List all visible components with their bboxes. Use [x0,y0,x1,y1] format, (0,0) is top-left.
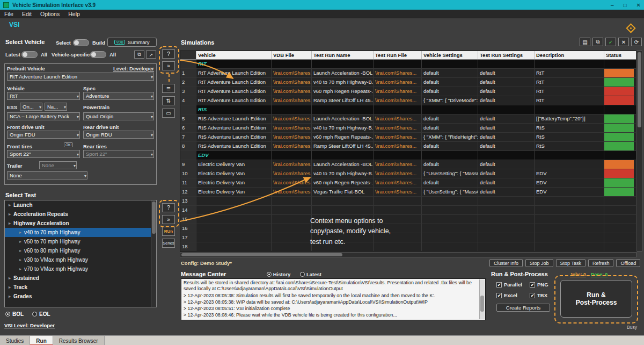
cell[interactable]: \\rai.com\Shares... [374,160,422,169]
cluster-info-button[interactable]: Cluster Info [489,259,523,267]
cell[interactable]: RtT Adventure Launch Edition [196,96,272,105]
checkbox-checked-icon[interactable]: ✔ [496,293,502,298]
table-row[interactable]: 10Electric Delivery Van\\rai.com\Shares.… [180,169,636,178]
cell[interactable]: default [422,142,478,150]
test-item-v50-to-70-mph-highway[interactable]: ▸v50 to 70 mph Highway [5,237,156,246]
bol-option[interactable]: BOL [5,311,24,317]
table-hscroll-thumb[interactable] [181,253,342,256]
table-row[interactable]: 11Electric Delivery Van\\rai.com\Shares.… [180,178,636,188]
copy-icon[interactable]: ⧉ [592,38,603,46]
cell[interactable]: RtT Adventure Launch Edition [196,69,272,77]
cell[interactable]: Electric Delivery Van [196,178,272,187]
cell[interactable]: RtT [535,78,604,87]
cell[interactable]: v40 to 70 mph Highway-B... [312,78,374,87]
cell[interactable] [272,197,312,205]
table-vscroll-thumb[interactable] [638,52,641,127]
test-item-launch[interactable]: ▸Launch [5,200,156,210]
cell[interactable]: RtT [535,69,604,77]
status-cell[interactable] [604,69,634,77]
cell[interactable]: default [478,87,535,96]
menu-edit[interactable]: Edit [22,11,32,17]
cell[interactable]: 14 [180,206,196,214]
table-row[interactable]: 7RtS Adventure Launch Edition\\rai.com\S… [180,133,636,142]
table-expand-button[interactable]: » [162,61,175,70]
cell[interactable] [422,206,478,214]
cell[interactable] [535,160,604,169]
table-group-row[interactable]: RtS [180,105,636,114]
cell[interactable]: default [422,69,478,77]
export-icon[interactable]: ↗ [146,51,156,59]
column-header-vehicle[interactable]: Vehicle [196,51,272,59]
cell[interactable]: 18 [180,242,196,251]
table-horizontal-scrollbar[interactable] [180,252,636,257]
option-parallel[interactable]: ✔Parallel [496,282,530,288]
message-scroll-thumb[interactable] [480,296,484,312]
cell[interactable]: 4 [180,96,196,105]
table-row[interactable]: 8RtS Adventure Launch Edition\\rai.com\S… [180,142,636,151]
cell[interactable]: RtS [535,124,604,132]
cell[interactable]: 13 [180,197,196,205]
cell[interactable]: Vegas Traffic Flat-BOL [312,188,374,196]
test-item-v70-to-vmax-mph-highway[interactable]: ▸v70 to VMax mph Highway [5,264,156,274]
powertrain-dropdown[interactable]: Quad Origin [83,112,154,120]
table-row[interactable]: 5RtS Adventure Launch Edition\\rai.com\S… [180,114,636,124]
cell[interactable]: RtS Adventure Launch Edition [196,133,272,141]
cell[interactable] [312,206,374,214]
menu-options[interactable]: Options [40,11,60,17]
cell[interactable]: \\rai.com\Shares... [374,169,422,178]
cell[interactable]: Launch Acceleration -BOL [312,69,374,77]
status-cell[interactable] [604,188,634,196]
cell[interactable]: \\rai.com\Shares... [374,124,422,132]
cell[interactable]: Ramp Steer LiftOff LH 45... [312,142,374,150]
cell[interactable] [196,224,272,233]
cell[interactable]: \\rai.com\Shares... [272,124,312,132]
test-item-v30-to-vmax-mph-highway[interactable]: ▸v30 to VMax mph Highway [5,255,156,264]
option-png[interactable]: ✔PNG [530,282,558,288]
cell[interactable]: default [478,160,535,169]
cell[interactable] [535,242,604,251]
cell[interactable]: 7 [180,133,196,141]
cell[interactable]: default [478,124,535,132]
cell[interactable]: \\rai.com\Shares... [374,142,422,150]
cell[interactable]: \\rai.com\Shares... [272,169,312,178]
latest-radio[interactable] [300,272,305,277]
message-scrollbar[interactable] [479,279,485,319]
message-center-box[interactable]: Results will be stored in shared directo… [181,278,486,320]
cell[interactable]: { "UserSetting": { "MassCon... [422,169,478,178]
cell[interactable]: { "UserSetting": { "MassCon... [422,188,478,196]
cell[interactable] [535,197,604,205]
test-item-highway-acceleration[interactable]: ▸Highway Acceleration [5,219,156,228]
cell[interactable]: 2 [180,78,196,87]
cell[interactable]: RtT [535,96,604,105]
cell[interactable]: v60 mph Regen Repeats-... [312,133,374,141]
cell[interactable]: 9 [180,160,196,169]
cell[interactable] [478,233,535,242]
cell[interactable]: RtT [535,87,604,96]
column-header-rownum[interactable] [180,51,196,59]
cell[interactable] [272,206,312,214]
cell[interactable]: RtS [535,142,604,150]
summary-button[interactable]: VDB Summary [107,38,157,47]
cell[interactable]: \\rai.com\Shares... [272,96,312,105]
cell[interactable]: Electric Delivery Van [196,188,272,196]
status-cell[interactable] [604,233,634,242]
column-header-test-run-name[interactable]: Test Run Name [312,51,374,59]
cell[interactable]: default [478,96,535,105]
cell[interactable]: default [478,188,535,196]
rear-drive-dropdown[interactable]: Origin RDU [83,131,154,139]
cell[interactable] [272,215,312,224]
cell[interactable] [312,197,374,205]
table-row[interactable]: 6RtS Adventure Launch Edition\\rai.com\S… [180,124,636,133]
select-build-toggle[interactable] [73,39,89,46]
table-row[interactable]: 9Electric Delivery Van\\rai.com\Shares..… [180,160,636,169]
test-expand-button[interactable]: » [162,215,175,224]
cell[interactable]: \\rai.com\Shares... [374,69,422,77]
table-sort-icon-button[interactable]: ⇅ [162,96,175,105]
cell[interactable]: Ramp Steer LiftOff LH 45... [312,96,374,105]
cell[interactable]: 5 [180,114,196,123]
checkbox-checked-icon[interactable]: ✔ [530,293,535,298]
status-cell[interactable] [604,215,634,224]
cell[interactable]: \\rai.com\Shares... [374,87,422,96]
stop-task-button[interactable]: Stop Task [556,259,586,267]
cell[interactable]: 12 [180,188,196,196]
